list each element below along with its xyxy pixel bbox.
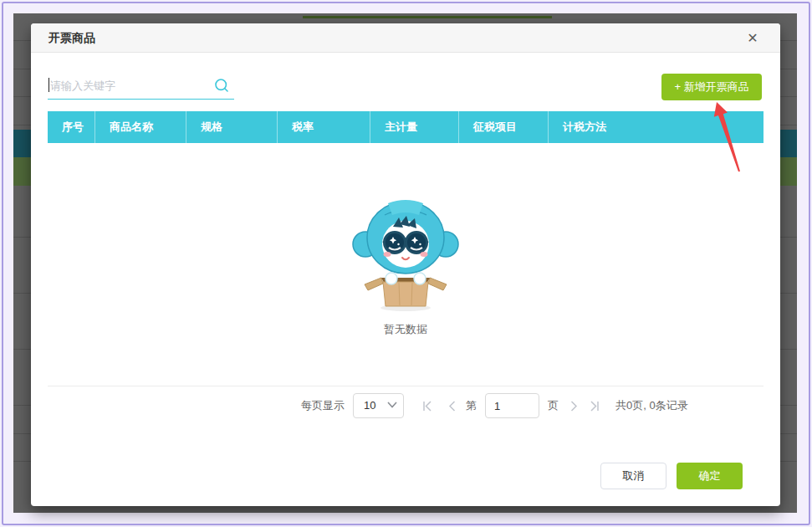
per-page-select[interactable]: 10: [353, 393, 404, 418]
per-page-value: 10: [364, 394, 375, 417]
chevron-left-icon: [448, 401, 456, 412]
next-page-button[interactable]: [570, 401, 578, 412]
pagination-bar: 每页显示 10 第 页: [301, 393, 688, 418]
column-header-tax-method: 计税方法: [548, 111, 763, 143]
confirm-button[interactable]: 确定: [677, 463, 743, 489]
search-field: [48, 75, 234, 100]
record-count-summary: 共0页, 0条记录: [615, 398, 688, 413]
column-header-taxable-item: 征税项目: [458, 111, 548, 143]
page-number-input[interactable]: [485, 393, 539, 418]
table-header-row: 序号 商品名称 规格 税率 主计量 征税项目 计税方法: [48, 111, 763, 143]
pagination-divider: [48, 386, 763, 386]
last-page-button[interactable]: [589, 401, 600, 412]
column-header-main-unit: 主计量: [370, 111, 458, 143]
background-header-bar: [303, 16, 552, 18]
search-input[interactable]: [48, 75, 207, 95]
column-header-product-name: 商品名称: [94, 111, 186, 143]
empty-state-text: 暂无数据: [31, 322, 780, 337]
column-header-index: 序号: [48, 111, 94, 143]
screenshot-page: 开票商品 ✕ + 新增开票商品 序号 商品名称 规格 税率 主计量 征税项目 计…: [0, 0, 812, 527]
dialog-title: 开票商品: [49, 23, 95, 53]
invoice-product-dialog: 开票商品 ✕ + 新增开票商品 序号 商品名称 规格 税率 主计量 征税项目 计…: [31, 23, 780, 506]
last-page-icon: [589, 401, 600, 412]
page-label-suffix: 页: [548, 398, 559, 413]
previous-page-button[interactable]: [448, 401, 456, 412]
chevron-down-icon: [387, 402, 397, 408]
dialog-header: 开票商品 ✕: [31, 23, 780, 53]
add-invoice-product-button[interactable]: + 新增开票商品: [661, 74, 762, 100]
close-button[interactable]: ✕: [738, 23, 767, 53]
first-page-button[interactable]: [422, 401, 433, 412]
search-icon[interactable]: [214, 78, 229, 93]
text-cursor: [49, 78, 49, 92]
chevron-right-icon: [570, 401, 578, 412]
per-page-label: 每页显示: [301, 398, 345, 413]
empty-box-mascot: [351, 189, 460, 313]
close-icon: ✕: [747, 31, 758, 45]
page-label-prefix: 第: [466, 398, 477, 413]
column-header-tax-rate: 税率: [277, 111, 370, 143]
cancel-button[interactable]: 取消: [600, 463, 666, 489]
first-page-icon: [422, 401, 433, 412]
column-header-spec: 规格: [186, 111, 277, 143]
